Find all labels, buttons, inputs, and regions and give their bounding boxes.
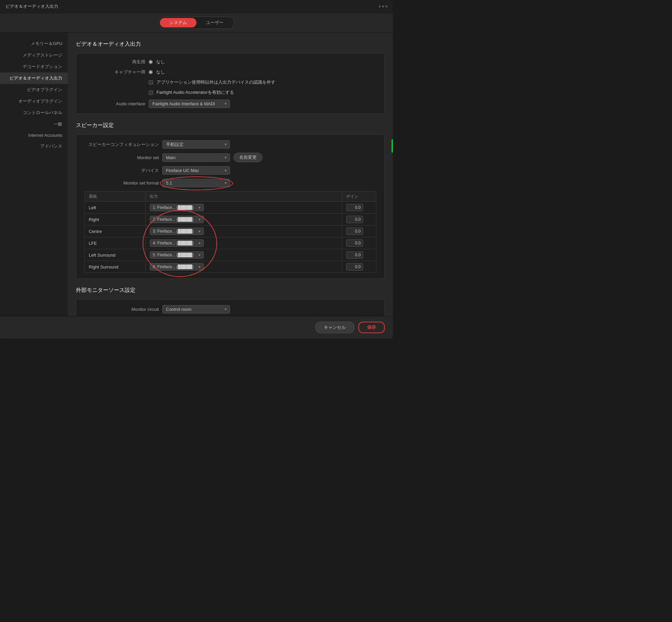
playback-value: なし [156,59,165,65]
monitor-set-select-wrapper: Main ▼ [162,153,230,162]
gain-input-4[interactable] [346,251,363,259]
green-indicator [392,139,393,153]
td-output: 6: Fireface... (█████) ▼ [146,261,342,273]
td-output: 2: Fireface... (█████) ▼ [146,214,342,225]
table-row: Left Surround5: Fireface... (█████) ▼ [85,249,376,261]
gain-input-0[interactable] [346,204,363,211]
monitor-circuit-label: Monitor circuit [84,307,159,312]
td-output: 4: Fireface... (█████) ▼ [146,237,342,249]
checkbox1-row: アプリケーション使用時以外は入出力デバイスの認識を外す [84,79,376,85]
device-row: デバイス Fireface UC Mac ▼ [84,166,376,175]
monitor-set-select[interactable]: Main [162,153,230,162]
tab-bar: システム ユーザー [0,13,393,33]
gain-input-1[interactable] [346,216,363,223]
monitor-circuit-row: Monitor circuit Control room ▼ [84,305,376,314]
tab-user[interactable]: ユーザー [196,18,233,27]
sidebar-item-decode-options[interactable]: デコードオプション [0,61,68,72]
capture-radio[interactable] [149,70,153,74]
monitor-format-select[interactable]: 5.1 [162,179,230,187]
footer: キャンセル 保存 [0,316,393,339]
sidebar-item-control-panel[interactable]: コントロールパネル [0,107,68,119]
dot2 [382,5,384,7]
gain-input-5[interactable] [346,263,363,271]
monitor-set-label: Monitor set [84,155,159,160]
gain-input-2[interactable] [346,228,363,235]
speaker-title: スピーカー設定 [76,122,385,129]
cancel-button[interactable]: キャンセル [315,322,354,333]
checkbox1-label: アプリケーション使用時以外は入出力デバイスの認識を外す [156,79,275,85]
sidebar-item-internet-accounts[interactable]: Internet Accounts [0,130,68,141]
dot1 [379,5,381,7]
sidebar-item-video-plugins[interactable]: ビデオプラグイン [0,84,68,95]
td-output: 5: Fireface... (█████) ▼ [146,249,342,261]
col-system: 系統 [85,192,146,201]
playback-radio[interactable] [149,60,153,64]
sidebar-item-media-storage[interactable]: メディアストレージ [0,49,68,61]
device-select[interactable]: Fireface UC Mac [162,166,230,175]
monitor-format-row: Monitor set format 5.1 ▼ [84,179,376,187]
monitor-set-row: Monitor set Main ▼ 名前変更 [84,153,376,162]
td-system: Right Surround [85,261,146,273]
title-bar: ビデオ＆オーディオ入出力 [0,0,393,13]
speaker-panel: スピーカーコンフィギュレーション 手動設定 ▼ Monitor set [76,134,385,279]
monitor-circuit-select-wrapper: Control room ▼ [162,305,230,314]
external-monitor-panel: Monitor circuit Control room ▼ Additiona… [76,299,385,316]
td-system: Centre [85,226,146,237]
capture-row: キャプチャー用 なし [84,69,376,75]
td-gain [342,261,376,273]
sidebar-item-video-audio[interactable]: ビデオ＆オーディオ入出力 [0,72,68,84]
td-gain [342,226,376,237]
dot3 [385,5,387,7]
video-audio-panel: 再生用 なし キャプチャー用 なし アプリケーション使用時以外は入出力デバイスの… [76,53,385,114]
td-output: 3: Fireface... (█████) ▼ [146,226,342,237]
sidebar-item-memory-gpu[interactable]: メモリー＆GPU [0,38,68,49]
td-system: Right [85,214,146,225]
table-row: Right Surround6: Fireface... (█████) ▼ [85,261,376,273]
audio-interface-label: Audio interface [84,101,145,106]
sidebar-item-general[interactable]: 一般 [0,119,68,130]
capture-value: なし [156,69,165,75]
table-row: Right2: Fireface... (█████) ▼ [85,214,376,226]
col-output: 出力 [146,192,342,201]
sidebar-item-audio-plugins[interactable]: オーディオプラグイン [0,95,68,107]
output-select-0[interactable]: 1: Fireface... (█████) [150,204,204,211]
speaker-config-label: スピーカーコンフィギュレーション [84,142,159,148]
audio-interface-select[interactable]: Fairlight Audio Interface & MADI [149,100,230,108]
speaker-config-select-wrapper: 手動設定 ▼ [162,140,230,149]
checkbox1[interactable] [149,80,153,85]
checkbox2-label: Fairlight Audio Acceleratorを有効にする [156,89,234,95]
checkbox2[interactable] [149,90,153,95]
main-content: メモリー＆GPU メディアストレージ デコードオプション ビデオ＆オーディオ入出… [0,33,393,316]
device-label: デバイス [84,168,159,174]
checkbox2-row: Fairlight Audio Acceleratorを有効にする [84,89,376,95]
monitor-circuit-select[interactable]: Control room [162,305,230,314]
capture-label: キャプチャー用 [84,69,145,75]
speaker-config-row: スピーカーコンフィギュレーション 手動設定 ▼ [84,140,376,149]
output-select-3[interactable]: 4: Fireface... (█████) [150,239,204,247]
td-system: Left [85,202,146,213]
table-row: Centre3: Fireface... (█████) ▼ [85,226,376,237]
device-select-wrapper: Fireface UC Mac ▼ [162,166,230,175]
monitor-format-select-wrapper: 5.1 ▼ [162,179,230,187]
playback-label: 再生用 [84,59,145,65]
rename-button[interactable]: 名前変更 [233,153,262,162]
table-row: LFE4: Fireface... (█████) ▼ [85,237,376,249]
output-select-4[interactable]: 5: Fireface... (█████) [150,251,204,259]
video-audio-title: ビデオ＆オーディオ入出力 [76,41,385,48]
save-button[interactable]: 保存 [358,322,385,333]
gain-input-3[interactable] [346,239,363,247]
output-select-5[interactable]: 6: Fireface... (█████) [150,263,204,271]
sidebar-item-advance[interactable]: アドバンス [0,141,68,152]
window-controls [379,5,387,7]
audio-interface-select-wrapper: Fairlight Audio Interface & MADI ▼ [149,100,230,108]
speaker-config-select[interactable]: 手動設定 [162,140,230,149]
output-select-2[interactable]: 3: Fireface... (█████) [150,228,204,235]
td-gain [342,249,376,261]
output-select-1[interactable]: 2: Fireface... (█████) [150,216,204,223]
td-gain [342,237,376,249]
window-title: ビデオ＆オーディオ入出力 [5,3,58,9]
content-area: ビデオ＆オーディオ入出力 再生用 なし キャプチャー用 なし [68,33,393,316]
col-gain: ゲイン [342,192,376,201]
tab-system[interactable]: システム [160,18,196,27]
speaker-table: 系統 出力 ゲイン Left1: Fireface... (█████) ▼Ri… [84,191,376,273]
